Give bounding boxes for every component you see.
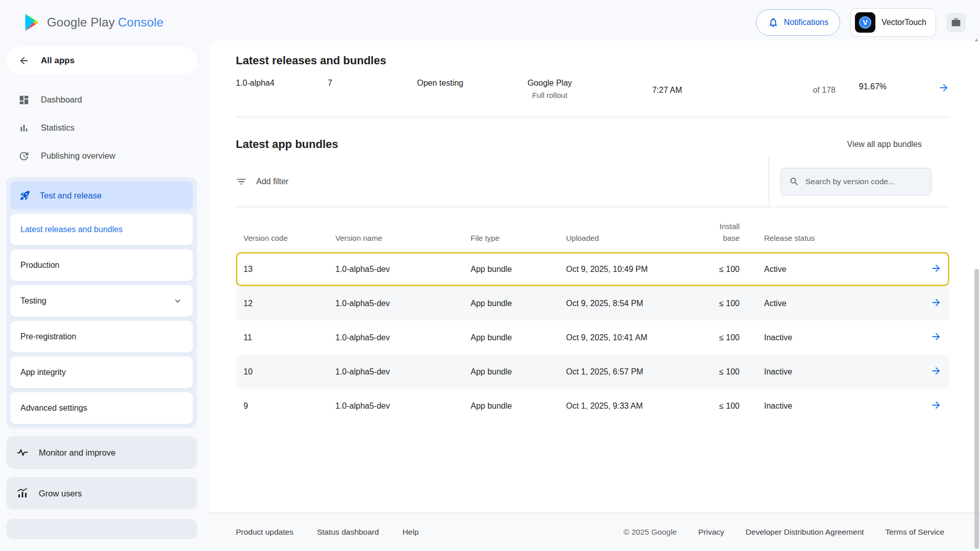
sidebar-item-publishing-overview[interactable]: Publishing overview [6, 142, 197, 170]
google-play-console-logo[interactable]: Google PlayConsole [22, 12, 163, 33]
search-box[interactable] [780, 168, 932, 195]
back-all-apps[interactable]: All apps [6, 47, 197, 74]
release-version-name: 1.0-alpha4 [236, 79, 328, 88]
arrow-right-icon[interactable] [930, 399, 942, 411]
cell-uploaded: Oct 9, 2025, 8:54 PM [566, 299, 683, 308]
arrow-right-icon[interactable] [930, 263, 942, 274]
cell-release-status: Active [740, 299, 901, 308]
table-row[interactable]: 9 1.0-alpha5-dev App bundle Oct 1, 2025,… [236, 389, 949, 423]
table-row[interactable]: 12 1.0-alpha5-dev App bundle Oct 9, 2025… [236, 286, 949, 320]
cell-version-code: 10 [243, 367, 335, 377]
sidebar-item-test-and-release[interactable]: Test and release [10, 181, 193, 210]
test-and-release-label: Test and release [40, 191, 102, 201]
cell-install-base: ≤ 100 [683, 265, 740, 274]
col-version-code: Version code [243, 233, 335, 244]
avatar-logo: V [859, 16, 871, 29]
cell-uploaded: Oct 9, 2025, 10:49 PM [566, 265, 683, 274]
cell-release-status: Inactive [740, 367, 901, 377]
organization-button[interactable] [946, 13, 966, 32]
latest-release-row[interactable]: 1.0-alpha4 7 Open testing Google Play Fu… [236, 74, 949, 117]
cell-version-code: 9 [243, 402, 335, 411]
release-percent: 91.67% [836, 82, 887, 91]
vertical-scrollbar[interactable]: ▲ [973, 36, 980, 551]
arrow-right-icon[interactable] [930, 331, 942, 342]
dashboard-icon [18, 94, 30, 106]
cell-version-name: 1.0-alpha5-dev [335, 299, 471, 308]
footer-link-dda[interactable]: Developer Distribution Agreement [746, 528, 864, 537]
arrow-left-icon [18, 55, 30, 66]
account-switcher[interactable]: V VectorTouch [850, 8, 936, 37]
sub-item-label: Latest releases and bundles [20, 225, 122, 234]
notifications-label: Notifications [784, 18, 828, 27]
bundles-table: 13 1.0-alpha5-dev App bundle Oct 9, 2025… [236, 252, 949, 423]
sub-item-label: Pre-registration [20, 332, 76, 341]
filter-divider [769, 156, 769, 207]
sidebar-item-statistics[interactable]: Statistics [6, 114, 197, 142]
main-content: Latest releases and bundles 1.0-alpha4 7… [209, 41, 980, 513]
sidebar-item-label: Statistics [41, 123, 75, 133]
sidebar-item-latest-releases[interactable]: Latest releases and bundles [10, 214, 193, 245]
search-icon [789, 177, 799, 187]
logo-text-google-play: Google Play [47, 15, 115, 29]
sidebar-item-dashboard[interactable]: Dashboard [6, 86, 197, 114]
filter-bar: Add filter [236, 156, 949, 207]
google-play-icon [22, 12, 41, 33]
sidebar-group-partial[interactable] [6, 519, 197, 539]
sidebar-item-testing[interactable]: Testing [10, 285, 193, 317]
footer-link-help[interactable]: Help [402, 528, 419, 537]
sidebar-item-app-integrity[interactable]: App integrity [10, 357, 193, 388]
notifications-button[interactable]: Notifications [756, 9, 840, 36]
cell-file-type: App bundle [471, 333, 566, 342]
arrow-right-icon[interactable] [938, 82, 949, 93]
scrollbar-thumb[interactable] [974, 269, 979, 549]
cell-file-type: App bundle [471, 265, 566, 274]
release-platform: Google Play [527, 79, 572, 87]
cell-version-name: 1.0-alpha5-dev [335, 402, 471, 411]
table-row[interactable]: 11 1.0-alpha5-dev App bundle Oct 9, 2025… [236, 320, 949, 355]
account-name: VectorTouch [881, 18, 926, 27]
cell-install-base: ≤ 100 [683, 333, 740, 342]
add-filter-label: Add filter [256, 177, 288, 186]
release-time: 7:27 AM [606, 86, 728, 95]
arrow-right-icon[interactable] [930, 297, 942, 308]
footer-link-product-updates[interactable]: Product updates [236, 528, 293, 537]
cell-file-type: App bundle [471, 402, 566, 411]
sidebar-item-production[interactable]: Production [10, 249, 193, 281]
add-filter-button[interactable]: Add filter [236, 176, 769, 187]
search-input[interactable] [805, 177, 923, 186]
monitor-icon [16, 446, 29, 459]
cell-release-status: Inactive [740, 333, 901, 342]
footer-link-privacy[interactable]: Privacy [698, 528, 724, 537]
sub-item-label: App integrity [20, 368, 66, 377]
footer-link-tos[interactable]: Terms of Service [886, 528, 944, 537]
table-row[interactable]: 10 1.0-alpha5-dev App bundle Oct 1, 2025… [236, 355, 949, 389]
avatar: V [855, 12, 875, 33]
sidebar-item-grow-users[interactable]: Grow users [6, 477, 197, 510]
cell-uploaded: Oct 9, 2025, 10:41 AM [566, 333, 683, 342]
sidebar-item-advanced-settings[interactable]: Advanced settings [10, 392, 193, 424]
sidebar-item-pre-registration[interactable]: Pre-registration [10, 321, 193, 353]
cell-install-base: ≤ 100 [683, 299, 740, 308]
latest-app-bundles-title: Latest app bundles [236, 138, 338, 151]
sidebar-item-monitor-and-improve[interactable]: Monitor and improve [6, 436, 197, 469]
release-rollout: Full rollout [494, 91, 606, 99]
logo-text-console: Console [118, 15, 163, 29]
sidebar-item-label: Monitor and improve [39, 448, 115, 458]
col-version-name: Version name [335, 233, 471, 244]
sub-item-label: Advanced settings [20, 404, 87, 413]
cell-file-type: App bundle [471, 367, 566, 377]
briefcase-icon [951, 17, 961, 28]
cell-release-status: Inactive [740, 402, 901, 411]
sidebar-item-label: Dashboard [41, 95, 82, 105]
footer-link-status-dashboard[interactable]: Status dashboard [317, 528, 379, 537]
release-version-code: 7 [328, 79, 417, 88]
cell-version-name: 1.0-alpha5-dev [335, 333, 471, 342]
bell-icon [768, 17, 779, 28]
publishing-overview-icon [18, 151, 30, 162]
scrollbar-up-arrow[interactable]: ▲ [974, 37, 979, 42]
table-row[interactable]: 13 1.0-alpha5-dev App bundle Oct 9, 2025… [236, 252, 949, 286]
all-apps-label: All apps [41, 56, 75, 66]
cell-file-type: App bundle [471, 299, 566, 308]
arrow-right-icon[interactable] [930, 365, 942, 377]
view-all-app-bundles-link[interactable]: View all app bundles [847, 140, 922, 149]
